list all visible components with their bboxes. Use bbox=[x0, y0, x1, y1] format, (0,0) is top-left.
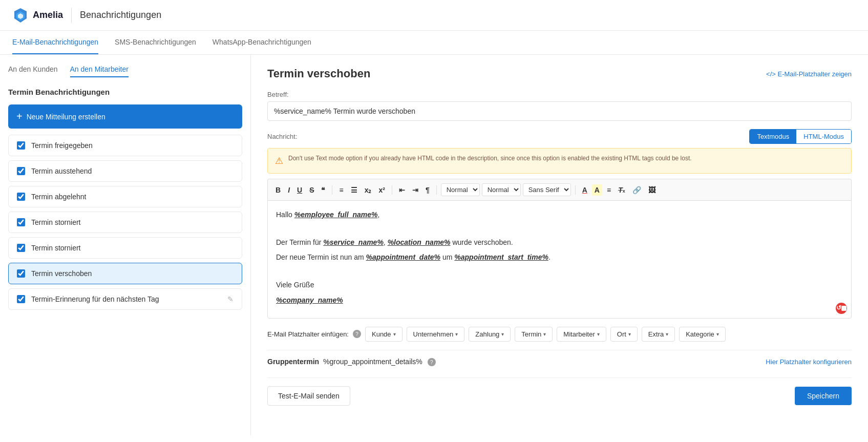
quote-icon: ❝ bbox=[321, 186, 325, 194]
checkbox-verschoben[interactable] bbox=[17, 269, 25, 278]
align-icon: ≡ bbox=[607, 186, 611, 194]
font-select[interactable]: Sans Serif bbox=[523, 183, 571, 196]
editor-line-2: Der Termin für %service_name%, %location… bbox=[276, 237, 843, 249]
align-button[interactable]: ≡ bbox=[604, 184, 613, 196]
style-select-2[interactable]: Normal bbox=[482, 183, 521, 196]
underline-icon: U bbox=[297, 186, 302, 194]
group-termin-code: %group_appointment_details% bbox=[323, 357, 422, 366]
italic-button[interactable]: I bbox=[285, 184, 292, 196]
italic-icon: I bbox=[288, 186, 290, 194]
textmodus-button[interactable]: Textmodus bbox=[750, 130, 796, 143]
subscript-button[interactable]: x₂ bbox=[362, 184, 374, 196]
dropdown-ort[interactable]: Ort ▾ bbox=[610, 327, 638, 342]
dropdown-termin[interactable]: Termin ▾ bbox=[515, 327, 553, 342]
bold-button[interactable]: B bbox=[273, 184, 283, 196]
placeholder-location-name: %location_name% bbox=[388, 238, 451, 246]
ul-button[interactable]: ☰ bbox=[348, 184, 360, 196]
superscript-button[interactable]: x² bbox=[376, 184, 387, 196]
subject-input[interactable] bbox=[267, 101, 852, 121]
list-item[interactable]: Termin storniert bbox=[8, 237, 242, 259]
chevron-down-icon: ▾ bbox=[628, 331, 631, 337]
logo-icon bbox=[12, 7, 29, 24]
new-message-button[interactable]: + Neue Mitteilung erstellen bbox=[8, 104, 242, 129]
link-icon: 🔗 bbox=[632, 186, 641, 194]
edit-icon-button[interactable]: ✎ bbox=[227, 295, 234, 303]
clear-icon: T bbox=[618, 186, 623, 194]
font-bg-button[interactable]: A bbox=[592, 184, 602, 196]
test-email-button[interactable]: Test-E-Mail senden bbox=[267, 386, 350, 406]
sub-tab-employee[interactable]: An den Mitarbeiter bbox=[70, 65, 129, 77]
list-item[interactable]: Termin ausstehend bbox=[8, 160, 242, 182]
strikethrough-icon: S bbox=[309, 186, 314, 194]
checkbox-storniert2[interactable] bbox=[17, 244, 25, 252]
message-editor[interactable]: Hallo %employee_full_name%, Der Termin f… bbox=[267, 200, 852, 319]
dropdown-mitarbeiter[interactable]: Mitarbeiter ▾ bbox=[557, 327, 606, 342]
list-item-active[interactable]: Termin verschoben bbox=[8, 263, 242, 284]
dropdown-label: Kategorie bbox=[686, 330, 714, 338]
subject-label: Betreff: bbox=[267, 91, 852, 98]
editor-badge: ↺ bbox=[836, 303, 847, 314]
logo: Amelia bbox=[12, 7, 63, 24]
dropdown-extra[interactable]: Extra ▾ bbox=[642, 327, 675, 342]
footer-row: Test-E-Mail senden Speichern bbox=[267, 377, 852, 414]
clear-format-button[interactable]: Tx bbox=[616, 184, 628, 196]
group-termin-info: Gruppentermin %group_appointment_details… bbox=[267, 357, 436, 367]
strikethrough-button[interactable]: S bbox=[307, 184, 316, 196]
checkbox-freigegeben[interactable] bbox=[17, 141, 25, 150]
checkbox-abgelehnt[interactable] bbox=[17, 193, 25, 201]
list-item-label: Termin verschoben bbox=[31, 269, 234, 278]
plus-icon: + bbox=[16, 111, 23, 122]
group-help-icon[interactable]: ? bbox=[428, 358, 436, 366]
bold-icon: B bbox=[276, 186, 281, 194]
dropdown-unternehmen[interactable]: Unternehmen ▾ bbox=[407, 327, 465, 342]
editor-line-3: Der neue Termin ist nun am %appointment_… bbox=[276, 251, 843, 264]
list-item-label: Termin-Erinnerung für den nächsten Tag bbox=[31, 295, 227, 303]
save-button[interactable]: Speichern bbox=[795, 387, 852, 405]
dropdown-label: Ort bbox=[617, 330, 626, 338]
outdent-button[interactable]: ⇤ bbox=[396, 184, 408, 196]
dropdown-label: Unternehmen bbox=[413, 330, 454, 338]
link-button[interactable]: 🔗 bbox=[630, 184, 644, 196]
tab-email[interactable]: E-Mail-Benachrichtigungen bbox=[12, 31, 98, 54]
group-termin-label: Gruppentermin bbox=[267, 357, 319, 366]
sub-tabs: An den Kunden An den Mitarbeiter bbox=[8, 65, 242, 77]
tab-whatsapp[interactable]: WhatsApp-Benachrichtigungen bbox=[213, 31, 311, 54]
indent-button[interactable]: ⇥ bbox=[410, 184, 421, 196]
font-color-button[interactable]: A bbox=[580, 184, 590, 196]
paragraph-button[interactable]: ¶ bbox=[423, 184, 432, 196]
warning-text: Don't use Text mode option if you alread… bbox=[288, 154, 692, 163]
email-placeholder-link[interactable]: </> E-Mail-Platzhalter zeigen bbox=[766, 70, 852, 78]
list-item-label: Termin storniert bbox=[31, 244, 234, 252]
image-icon: 🖼 bbox=[648, 186, 655, 194]
dropdown-label: Mitarbeiter bbox=[563, 330, 595, 338]
dropdown-kunde[interactable]: Kunde ▾ bbox=[365, 327, 403, 342]
underline-button[interactable]: U bbox=[294, 184, 305, 196]
style-select-1[interactable]: Normal bbox=[441, 183, 480, 196]
dropdown-kategorie[interactable]: Kategorie ▾ bbox=[679, 327, 726, 342]
app-name: Amelia bbox=[33, 10, 63, 20]
list-item-label: Termin freigegeben bbox=[31, 141, 234, 150]
list-item-label: Termin ausstehend bbox=[31, 167, 234, 175]
list-item[interactable]: Termin abgelehnt bbox=[8, 186, 242, 207]
config-placeholder-link[interactable]: Hier Platzhalter konfigurieren bbox=[766, 358, 852, 366]
htmlmodus-button[interactable]: HTML-Modus bbox=[796, 130, 851, 143]
help-icon[interactable]: ? bbox=[353, 330, 361, 338]
list-item[interactable]: Termin freigegeben bbox=[8, 135, 242, 156]
header-divider bbox=[71, 8, 72, 23]
list-item[interactable]: Termin-Erinnerung für den nächsten Tag ✎ bbox=[8, 288, 242, 310]
sub-tab-customer[interactable]: An den Kunden bbox=[8, 65, 58, 77]
dropdown-zahlung[interactable]: Zahlung ▾ bbox=[469, 327, 511, 342]
chevron-down-icon: ▾ bbox=[666, 331, 668, 337]
content-area: Termin verschoben </> E-Mail-Platzhalter… bbox=[251, 55, 868, 435]
section-title: Termin Benachrichtigungen bbox=[8, 88, 242, 96]
tab-sms[interactable]: SMS-Benachrichtigungen bbox=[115, 31, 196, 54]
ol-button[interactable]: ≡ bbox=[336, 184, 346, 196]
image-button[interactable]: 🖼 bbox=[646, 184, 658, 196]
checkbox-storniert1[interactable] bbox=[17, 218, 25, 226]
list-item[interactable]: Termin storniert bbox=[8, 212, 242, 233]
ol-icon: ≡ bbox=[339, 186, 343, 194]
checkbox-erinnerung[interactable] bbox=[17, 295, 25, 303]
paragraph-icon: ¶ bbox=[426, 186, 430, 194]
quote-button[interactable]: ❝ bbox=[319, 184, 328, 196]
checkbox-ausstehend[interactable] bbox=[17, 167, 25, 175]
